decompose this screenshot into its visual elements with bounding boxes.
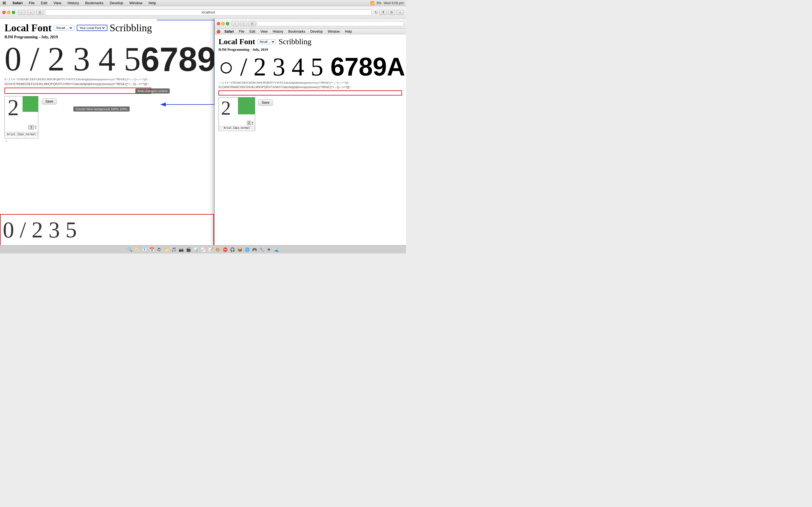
dock-files[interactable]: 📁 bbox=[163, 246, 169, 252]
canvas-box-left: 2 2 ▲ ▼ Arial_12px_normal bbox=[4, 96, 38, 138]
right-address-bar[interactable] bbox=[257, 21, 404, 26]
dock-finder[interactable]: 🔍 bbox=[126, 246, 133, 252]
dock-tools[interactable]: 🔧 bbox=[259, 246, 265, 252]
dock-numbers[interactable]: 📊 bbox=[193, 246, 199, 252]
counter-down-left[interactable]: ▼ bbox=[35, 127, 37, 129]
counter-arrows-left[interactable]: ▲ ▼ bbox=[35, 125, 37, 129]
right-counter-arrows[interactable]: ▲ ▼ bbox=[252, 121, 254, 125]
save-button-left[interactable]: Save bbox=[42, 98, 57, 105]
menu-edit[interactable]: Edit bbox=[40, 1, 48, 5]
menu-history[interactable]: History bbox=[66, 1, 80, 5]
dock-notes[interactable]: 🗒 bbox=[156, 246, 162, 252]
right-forward-button[interactable]: › bbox=[240, 21, 247, 26]
right-menu-view[interactable]: View bbox=[259, 29, 269, 34]
sidebar-toggle[interactable]: ⊟ bbox=[36, 10, 43, 15]
dock-movies[interactable]: 🎬 bbox=[185, 246, 192, 252]
right-menu-file[interactable]: File bbox=[238, 29, 245, 34]
arial-chars-left: 6789ABCDEFGHIJKLMNOPQRSTU bbox=[141, 42, 214, 76]
dock-wave[interactable]: 🌊 bbox=[273, 246, 280, 252]
tabs-button[interactable]: ⧉ bbox=[388, 10, 395, 15]
right-large-font-display: ○ / 2 3 4 5 6789ABC bbox=[218, 54, 402, 80]
scribbling-left: Scribbling bbox=[110, 22, 152, 34]
menu-bar: ⌘ Safari File Edit View History Bookmark… bbox=[0, 0, 406, 6]
right-browser-toolbar: ‹ › ⊟ bbox=[214, 18, 406, 29]
arial-tooltip: Arial changed content bbox=[135, 89, 170, 94]
right-recall-select[interactable]: Recall ... bbox=[257, 40, 276, 44]
apple-menu[interactable]: ⌘ bbox=[2, 1, 6, 5]
right-sidebar-toggle[interactable]: ⊟ bbox=[248, 21, 256, 26]
right-small-chars-row2: 0123456789ABCDEFGHIJKLMNOPQRSTUVWXYZabcd… bbox=[218, 86, 402, 89]
right-minimize-button[interactable] bbox=[221, 22, 225, 25]
dock-stocks[interactable]: 📈 bbox=[200, 246, 206, 252]
right-counter-down[interactable]: ▼ bbox=[252, 123, 254, 125]
menu-bar-left: ⌘ Safari File Edit View History Bookmark… bbox=[2, 1, 157, 5]
wifi-icon: 📶 bbox=[370, 1, 374, 5]
right-counter-up[interactable]: ▲ bbox=[252, 121, 254, 123]
new-tab-button[interactable]: + bbox=[396, 10, 404, 15]
share-button[interactable]: ⬆ bbox=[379, 10, 387, 15]
right-menu-bookmarks[interactable]: Bookmarks bbox=[287, 29, 306, 34]
back-button[interactable]: ‹ bbox=[18, 10, 26, 15]
dock: 🔍 🧭 📧 📅 🗒 📁 🎵 📷 🎬 📊 📈 📝 🎨 ⛔ 🎧 📦 🌐 🎮 🔧 ✈ … bbox=[0, 245, 406, 253]
right-small-chars-row1: ○ / 2 3 4 ˢ 6789ABCDEFGHIJKLMNOPQRSTUVWX… bbox=[218, 81, 402, 85]
close-button[interactable] bbox=[2, 11, 6, 14]
dock-game[interactable]: 🎮 bbox=[251, 246, 257, 252]
font-dropdown-left[interactable]: Your Local Font bbox=[79, 26, 106, 30]
dock-music[interactable]: 🎵 bbox=[170, 246, 177, 252]
menu-view[interactable]: View bbox=[52, 1, 63, 5]
menu-develop[interactable]: Develop bbox=[109, 1, 124, 5]
red-border-input-left[interactable] bbox=[4, 88, 151, 94]
menu-file[interactable]: File bbox=[28, 1, 36, 5]
menu-window[interactable]: Window bbox=[128, 1, 144, 5]
right-menu-edit[interactable]: Edit bbox=[248, 29, 257, 34]
dock-safari[interactable]: 🧭 bbox=[134, 246, 140, 252]
right-menu-develop[interactable]: Develop bbox=[309, 29, 324, 34]
right-counter-display: 2 bbox=[247, 121, 252, 125]
recall-select-left[interactable]: Recall ... bbox=[54, 25, 74, 31]
bottom-chars-left: 0 / 2 3 5 bbox=[3, 219, 77, 241]
dock-photoshop[interactable]: 🎨 bbox=[214, 246, 221, 252]
minimize-button[interactable] bbox=[7, 11, 10, 14]
right-canvas-green bbox=[238, 98, 255, 114]
dock-block[interactable]: ⛔ bbox=[222, 246, 228, 252]
right-menu-help[interactable]: Help bbox=[344, 29, 353, 34]
right-red-border-input[interactable] bbox=[218, 91, 402, 96]
large-font-display-left: 0 / 2 3 4 5 6789ABCDEFGHIJKLMNOPQRSTU bbox=[4, 42, 209, 76]
dock-mail[interactable]: 📧 bbox=[141, 246, 147, 252]
right-subtitle: RJM Programming - July, 2019 bbox=[218, 47, 402, 52]
menu-safari[interactable]: Safari bbox=[11, 1, 24, 5]
right-apple[interactable]: 🍎 bbox=[216, 30, 220, 34]
dock-pages[interactable]: 📝 bbox=[207, 246, 213, 252]
right-fullscreen-button[interactable] bbox=[226, 22, 229, 25]
right-menu-bar: 🍎 Safari File Edit View History Bookmark… bbox=[214, 29, 406, 34]
preview-area-left: 2 2 ▲ ▼ Arial_12px_normal ~ Save bbox=[4, 96, 209, 138]
fullscreen-button[interactable] bbox=[12, 11, 15, 14]
reload-button[interactable]: ↻ bbox=[374, 10, 378, 15]
address-bar[interactable]: localhost bbox=[45, 9, 371, 15]
dock-globe[interactable]: 🌐 bbox=[244, 246, 250, 252]
file-label-left: Arial_12px_normal bbox=[5, 132, 38, 136]
right-menu-safari[interactable]: Safari bbox=[223, 29, 235, 34]
dock-calendar[interactable]: 📅 bbox=[149, 246, 155, 252]
url-display: localhost bbox=[202, 10, 215, 14]
right-back-button[interactable]: ‹ bbox=[232, 21, 239, 26]
dock-podcast[interactable]: 🎧 bbox=[229, 246, 236, 252]
right-recall-dropdown[interactable]: Recall ... bbox=[259, 40, 275, 44]
courier-tooltip: Courier New background 100% 100% bbox=[73, 107, 130, 112]
font-select-left[interactable]: Your Local Font bbox=[77, 25, 107, 31]
forward-button[interactable]: › bbox=[27, 10, 35, 15]
right-traffic-lights bbox=[217, 22, 229, 25]
right-handwritten-chars: ○ / 2 3 4 5 bbox=[218, 53, 323, 81]
right-save-button[interactable]: Save bbox=[258, 100, 273, 106]
dock-travel[interactable]: ✈ bbox=[266, 246, 272, 252]
right-counter-box: 2 ▲ ▼ bbox=[247, 121, 254, 125]
right-close-button[interactable] bbox=[217, 22, 220, 25]
dock-photos[interactable]: 📷 bbox=[178, 246, 184, 252]
menu-help[interactable]: Help bbox=[147, 1, 157, 5]
recall-dropdown-left[interactable]: Recall ... bbox=[55, 26, 73, 30]
right-menu-history[interactable]: History bbox=[271, 29, 284, 34]
dock-package[interactable]: 📦 bbox=[237, 246, 243, 252]
right-menu-window[interactable]: Window bbox=[327, 29, 341, 34]
menu-bookmarks[interactable]: Bookmarks bbox=[84, 1, 105, 5]
right-canvas-numeral: 2 bbox=[221, 97, 231, 119]
